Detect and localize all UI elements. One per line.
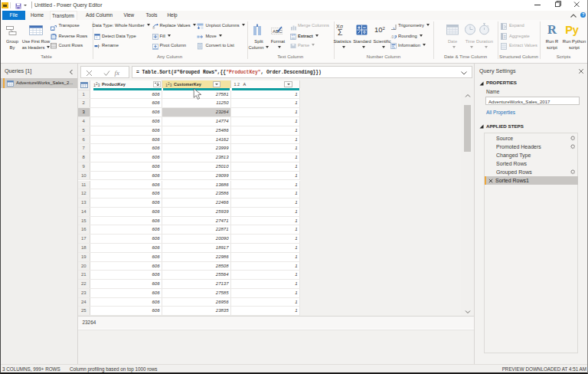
svg-text:.0: .0 xyxy=(390,34,394,39)
svg-text:Σ: Σ xyxy=(504,34,507,39)
svg-text:b: b xyxy=(153,26,155,30)
svg-text:Σ: Σ xyxy=(338,28,343,36)
svg-text:123: 123 xyxy=(291,34,295,37)
